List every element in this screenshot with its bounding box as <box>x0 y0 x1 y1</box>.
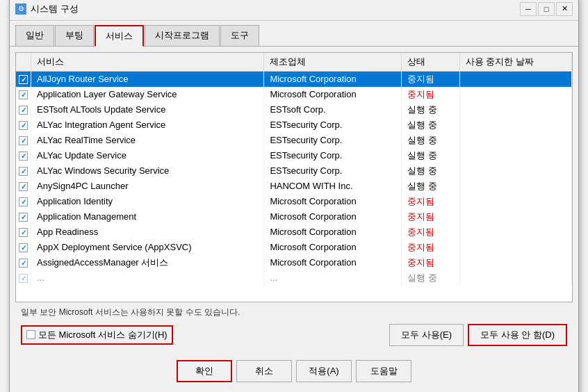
bottom-buttons: 확인 취소 적용(A) 도움말 <box>15 356 573 389</box>
row-date <box>459 224 571 240</box>
cancel-button[interactable]: 취소 <box>236 360 292 382</box>
row-checkbox-cell[interactable] <box>16 224 31 240</box>
row-checkbox[interactable] <box>19 182 28 191</box>
table-row[interactable]: ALYac Windows Security Service ESTsecuri… <box>16 163 572 179</box>
row-date <box>459 255 571 270</box>
row-checkbox-cell[interactable] <box>16 133 31 148</box>
title-controls: ─ □ ✕ <box>520 2 573 16</box>
col-check <box>16 53 31 72</box>
row-service-name: Application Management <box>31 209 264 224</box>
table-row[interactable]: App Readiness Microsoft Corporation 중지됨 <box>16 224 572 240</box>
table-row[interactable]: AnySign4PC Launcher HANCOM WITH Inc. 실행 … <box>16 179 572 194</box>
hide-ms-checkbox[interactable] <box>26 330 35 339</box>
row-service-name: Application Identity <box>31 194 264 209</box>
row-checkbox[interactable] <box>19 197 28 206</box>
services-table: 서비스 제조업체 상태 사용 중지한 날짜 AllJoyn Router Ser… <box>16 53 572 286</box>
table-row[interactable]: ... ... 실행 중 <box>16 270 572 286</box>
row-checkbox-cell[interactable] <box>16 87 31 102</box>
row-checkbox[interactable] <box>19 106 28 115</box>
row-manufacturer: Microsoft Corporation <box>264 194 402 209</box>
help-button[interactable]: 도움말 <box>356 360 411 382</box>
table-row[interactable]: Application Identity Microsoft Corporati… <box>16 194 572 209</box>
row-status: 중지됨 <box>402 87 459 102</box>
table-row[interactable]: AssignedAccessManager 서비스 Microsoft Corp… <box>16 255 572 270</box>
row-checkbox[interactable] <box>19 121 28 130</box>
table-row[interactable]: ALYac Integration Agent Service ESTsecur… <box>16 117 572 133</box>
row-checkbox[interactable] <box>19 152 28 161</box>
row-date <box>459 133 571 148</box>
footer-note: 일부 보안 Microsoft 서비스는 사용하지 못할 수도 있습니다. <box>21 307 567 318</box>
row-manufacturer: Microsoft Corporation <box>264 240 402 255</box>
row-checkbox-cell[interactable] <box>16 102 31 117</box>
row-checkbox-cell[interactable] <box>16 117 31 133</box>
table-row[interactable]: ALYac RealTime Service ESTsecurity Corp.… <box>16 133 572 148</box>
row-service-name: ALYac Update Service <box>31 148 264 163</box>
row-checkbox[interactable] <box>19 213 28 222</box>
services-table-container[interactable]: 서비스 제조업체 상태 사용 중지한 날짜 AllJoyn Router Ser… <box>15 52 573 302</box>
table-row[interactable]: AllJoyn Router Service Microsoft Corpora… <box>16 71 572 87</box>
footer-right: 모두 사용(E) 모두 사용 안 함(D) <box>389 324 567 346</box>
row-service-name: ALYac Windows Security Service <box>31 163 264 179</box>
row-checkbox[interactable] <box>19 75 28 84</box>
tab-boot[interactable]: 부팅 <box>55 25 94 46</box>
row-checkbox[interactable] <box>19 228 28 237</box>
table-row[interactable]: ESTsoft ALTools Update Service ESTsoft C… <box>16 102 572 117</box>
table-row[interactable]: ALYac Update Service ESTsecurity Corp. 실… <box>16 148 572 163</box>
row-checkbox[interactable] <box>19 243 28 252</box>
table-row[interactable]: Application Layer Gateway Service Micros… <box>16 87 572 102</box>
enable-all-button[interactable]: 모두 사용(E) <box>389 324 464 346</box>
row-status: 중지됨 <box>402 240 459 255</box>
row-checkbox-cell[interactable] <box>16 163 31 179</box>
row-manufacturer: ESTsecurity Corp. <box>264 133 402 148</box>
tab-tools[interactable]: 도구 <box>220 25 259 46</box>
row-checkbox[interactable] <box>19 136 28 145</box>
row-service-name: ... <box>31 270 264 286</box>
row-checkbox-cell[interactable] <box>16 194 31 209</box>
tab-content: 서비스 제조업체 상태 사용 중지한 날짜 AllJoyn Router Ser… <box>10 46 578 393</box>
row-checkbox-cell[interactable] <box>16 240 31 255</box>
tab-startup[interactable]: 시작프로그램 <box>145 25 220 46</box>
close-button[interactable]: ✕ <box>556 2 573 16</box>
minimize-button[interactable]: ─ <box>520 2 537 16</box>
row-status: 중지됨 <box>402 255 459 270</box>
row-manufacturer: Microsoft Corporation <box>264 87 402 102</box>
row-service-name: AnySign4PC Launcher <box>31 179 264 194</box>
row-status: 중지됨 <box>402 209 459 224</box>
row-manufacturer: ESTsecurity Corp. <box>264 148 402 163</box>
row-service-name: AssignedAccessManager 서비스 <box>31 255 264 270</box>
row-manufacturer: Microsoft Corporation <box>264 255 402 270</box>
row-checkbox[interactable] <box>19 259 28 268</box>
row-checkbox-cell[interactable] <box>16 71 31 87</box>
table-row[interactable]: AppX Deployment Service (AppXSVC) Micros… <box>16 240 572 255</box>
row-checkbox-cell[interactable] <box>16 148 31 163</box>
row-date <box>459 87 571 102</box>
hide-ms-checkbox-container[interactable]: 모든 Microsoft 서비스 숨기기(H) <box>21 325 173 345</box>
row-checkbox-cell[interactable] <box>16 209 31 224</box>
row-date <box>459 209 571 224</box>
row-checkbox[interactable] <box>19 274 28 283</box>
row-service-name: App Readiness <box>31 224 264 240</box>
row-date <box>459 148 571 163</box>
row-service-name: ALYac Integration Agent Service <box>31 117 264 133</box>
col-service: 서비스 <box>31 53 264 72</box>
row-service-name: ALYac RealTime Service <box>31 133 264 148</box>
row-checkbox[interactable] <box>19 167 28 176</box>
row-checkbox-cell[interactable] <box>16 179 31 194</box>
row-date <box>459 163 571 179</box>
table-row[interactable]: Application Management Microsoft Corpora… <box>16 209 572 224</box>
tab-general[interactable]: 일반 <box>15 25 54 46</box>
apply-button[interactable]: 적용(A) <box>296 360 352 382</box>
row-checkbox[interactable] <box>19 90 28 99</box>
footer-left: 모든 Microsoft 서비스 숨기기(H) <box>21 325 173 345</box>
row-manufacturer: ... <box>264 270 402 286</box>
confirm-button[interactable]: 확인 <box>177 360 232 382</box>
main-window: ⚙ 시스템 구성 ─ □ ✕ 일반 부팅 서비스 시작프로그램 도구 서비스 제… <box>9 0 579 392</box>
disable-all-button[interactable]: 모두 사용 안 함(D) <box>468 324 567 346</box>
tab-services[interactable]: 서비스 <box>95 25 144 47</box>
footer: 일부 보안 Microsoft 서비스는 사용하지 못할 수도 있습니다. 모든… <box>15 302 573 356</box>
maximize-button[interactable]: □ <box>538 2 555 16</box>
app-icon: ⚙ <box>15 3 26 15</box>
row-checkbox-cell[interactable] <box>16 255 31 270</box>
row-status: 실행 중 <box>402 163 459 179</box>
row-checkbox-cell[interactable] <box>16 270 31 286</box>
